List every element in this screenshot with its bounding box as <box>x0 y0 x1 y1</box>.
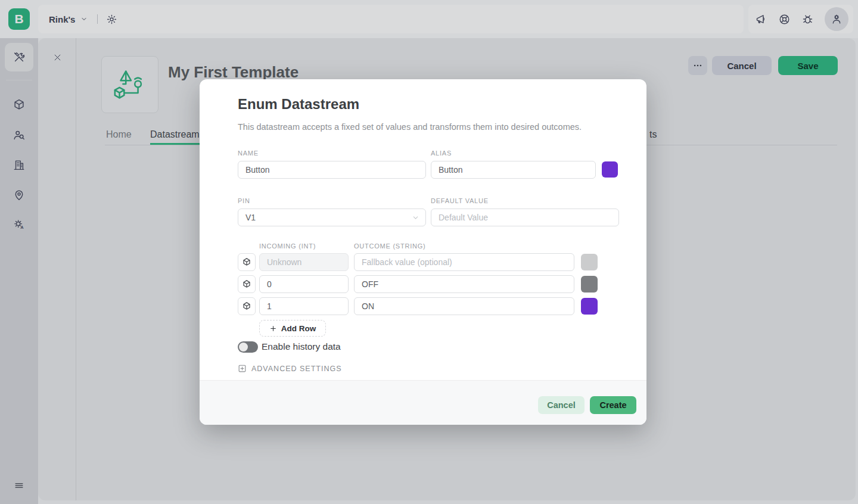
outcome-column-header: OUTCOME (STRING) <box>354 242 425 250</box>
modal-footer: Cancel Create <box>200 380 646 425</box>
alias-input[interactable] <box>431 161 596 179</box>
incoming-input[interactable] <box>259 275 349 293</box>
row-widget-button[interactable] <box>238 275 256 293</box>
outcome-input[interactable] <box>354 297 574 315</box>
row-color-swatch[interactable] <box>581 254 598 270</box>
outcome-input[interactable] <box>354 253 574 271</box>
enum-datastream-modal: Enum Datastream This datastream accepts … <box>200 79 646 425</box>
outcome-input[interactable] <box>354 275 574 293</box>
incoming-input[interactable] <box>259 253 349 271</box>
history-toggle[interactable] <box>238 341 258 353</box>
advanced-settings-label: ADVANCED SETTINGS <box>251 365 342 373</box>
history-toggle-label: Enable history data <box>262 341 341 352</box>
cube-icon <box>242 279 251 289</box>
pin-select-value: V1 <box>245 213 256 222</box>
row-widget-button[interactable] <box>238 253 256 271</box>
toggle-knob <box>239 343 248 351</box>
chevron-down-icon <box>412 214 419 222</box>
alias-label: ALIAS <box>431 150 452 157</box>
modal-create-button[interactable]: Create <box>590 396 636 414</box>
alias-color-swatch[interactable] <box>602 161 618 178</box>
incoming-column-header: INCOMING (INT) <box>259 242 316 250</box>
advanced-settings-toggle[interactable]: ADVANCED SETTINGS <box>238 364 342 373</box>
row-color-swatch[interactable] <box>581 298 598 315</box>
cube-icon <box>242 301 251 311</box>
add-row-button[interactable]: Add Row <box>259 320 326 337</box>
plus-icon <box>269 325 277 332</box>
cube-icon <box>242 257 251 267</box>
modal-description: This datastream accepts a fixed set of v… <box>238 122 582 132</box>
pin-label: PIN <box>238 197 250 204</box>
pin-select[interactable]: V1 <box>238 209 426 226</box>
modal-cancel-button[interactable]: Cancel <box>538 396 585 414</box>
add-row-label: Add Row <box>281 324 316 333</box>
row-color-swatch[interactable] <box>581 276 598 293</box>
name-input[interactable] <box>238 161 426 179</box>
default-value-input[interactable] <box>431 209 619 226</box>
plus-square-icon <box>238 364 247 373</box>
modal-title: Enum Datastream <box>238 96 359 113</box>
name-label: NAME <box>238 150 259 157</box>
row-widget-button[interactable] <box>238 297 256 315</box>
default-value-label: DEFAULT VALUE <box>431 197 489 204</box>
incoming-input[interactable] <box>259 297 349 315</box>
